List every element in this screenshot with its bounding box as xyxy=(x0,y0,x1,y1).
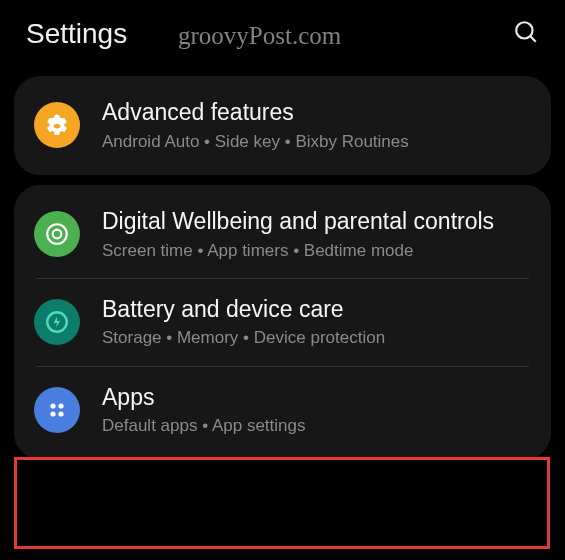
item-subtitle: Default appsApp settings xyxy=(102,415,531,437)
settings-group-1: Advanced features Android AutoSide keyBi… xyxy=(14,76,551,175)
page-title: Settings xyxy=(26,18,127,50)
digital-wellbeing-icon xyxy=(34,211,80,257)
svg-point-6 xyxy=(50,403,55,408)
search-button[interactable] xyxy=(513,19,539,49)
item-subtitle: StorageMemoryDevice protection xyxy=(102,327,531,349)
item-subtitle: Android AutoSide keyBixby Routines xyxy=(102,131,531,153)
apps-icon xyxy=(34,387,80,433)
svg-point-0 xyxy=(516,22,532,38)
item-text: Advanced features Android AutoSide keyBi… xyxy=(102,98,531,153)
item-title: Apps xyxy=(102,383,531,412)
annotation-highlight-box xyxy=(14,457,550,549)
svg-point-8 xyxy=(50,411,55,416)
item-title: Digital Wellbeing and parental controls xyxy=(102,207,531,236)
battery-care-icon xyxy=(34,299,80,345)
svg-point-4 xyxy=(53,230,62,239)
svg-line-1 xyxy=(530,36,535,41)
settings-item-battery-device-care[interactable]: Battery and device care StorageMemoryDev… xyxy=(14,279,551,366)
item-title: Battery and device care xyxy=(102,295,531,324)
item-subtitle: Screen timeApp timersBedtime mode xyxy=(102,240,531,262)
settings-group-2: Digital Wellbeing and parental controls … xyxy=(14,185,551,460)
settings-item-apps[interactable]: Apps Default appsApp settings xyxy=(14,367,551,454)
advanced-features-icon xyxy=(34,102,80,148)
settings-header: Settings xyxy=(0,0,565,66)
item-text: Apps Default appsApp settings xyxy=(102,383,531,438)
settings-item-advanced-features[interactable]: Advanced features Android AutoSide keyBi… xyxy=(14,82,551,169)
settings-item-digital-wellbeing[interactable]: Digital Wellbeing and parental controls … xyxy=(14,191,551,278)
svg-point-9 xyxy=(58,411,63,416)
svg-point-3 xyxy=(47,225,67,245)
item-text: Battery and device care StorageMemoryDev… xyxy=(102,295,531,350)
item-text: Digital Wellbeing and parental controls … xyxy=(102,207,531,262)
search-icon xyxy=(513,19,539,45)
svg-point-7 xyxy=(58,403,63,408)
item-title: Advanced features xyxy=(102,98,531,127)
